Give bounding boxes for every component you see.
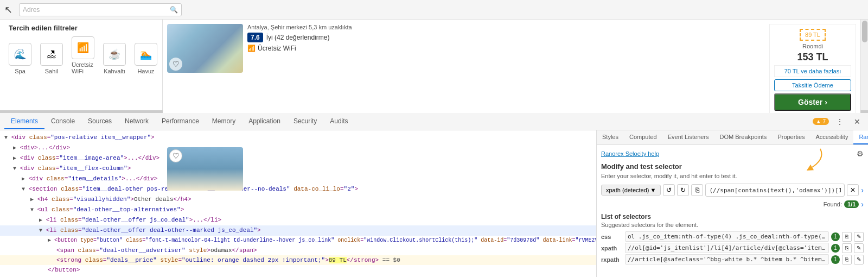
cursor-icon: ↖: [4, 4, 12, 16]
rxpath-type-label: rxpath: [601, 256, 623, 263]
css-edit-btn[interactable]: ✎: [854, 232, 864, 242]
tab-ranorex-selocity[interactable]: Ranorex Selocity: [853, 130, 868, 144]
pool-icon: 🏊: [135, 43, 157, 66]
taksitle-button[interactable]: Taksitle Ödeme: [774, 79, 851, 91]
page-scrollbar[interactable]: [860, 20, 868, 110]
dom-line-selected[interactable]: ▼ <li class="deal-other__offer deal-othe…: [0, 225, 596, 236]
dom-line[interactable]: ▶ <button type="button" class="font-t-ma…: [0, 236, 596, 245]
price-dashed: 89 TL: [800, 29, 826, 41]
dom-line[interactable]: <span class="deal-other__advertiser" sty…: [0, 245, 596, 255]
dom-line[interactable]: ▶ <li class="deal-other__offer js_co_dea…: [0, 215, 596, 225]
address-bar[interactable]: Adres 🔍: [19, 3, 182, 16]
xpath-type-label: xpath: [601, 245, 623, 251]
tab-memory[interactable]: Memory: [206, 114, 242, 129]
right-panel: Styles Computed Event Listeners DOM Brea…: [597, 130, 868, 277]
search-icon[interactable]: 🔍: [170, 6, 178, 14]
rxpath-selector-value: //article[@safeclass='^bbg-white b.* ^bi…: [625, 254, 829, 265]
selector-type-dropdown[interactable]: xpath (detected) ▼: [601, 185, 661, 196]
css-selector-value: ol .js_co_item:nth-of-type(4) .js_co_dea…: [625, 231, 829, 242]
dom-line[interactable]: ▼ <section class="item__deal-other pos-r…: [0, 184, 596, 194]
devtools-tabs-bar: Elements Console Sources Network Perform…: [0, 113, 868, 130]
wifi-filter-icon: 📶: [72, 36, 94, 59]
beach-icon: 🏖: [40, 43, 63, 66]
tab-security[interactable]: Security: [287, 114, 323, 129]
spa-label: Spa: [15, 68, 25, 74]
filter-spa[interactable]: 🌊 Spa: [9, 43, 31, 74]
copy-selector-btn[interactable]: ⎘: [691, 184, 703, 196]
selector-input-field[interactable]: [705, 184, 845, 197]
selector-type-label: xpath (detected): [606, 187, 649, 193]
tab-network[interactable]: Network: [118, 114, 155, 129]
devtools-close-btn[interactable]: ✕: [851, 115, 864, 128]
filter-beach[interactable]: 🏖 Sahil: [40, 43, 63, 74]
css-copy-btn[interactable]: ⎘: [842, 232, 852, 242]
tab-audits[interactable]: Audits: [323, 114, 354, 129]
filter-title: Tercih edilen filtreler: [9, 24, 154, 32]
found-badge-row: Found: 1/1 ›: [601, 200, 864, 209]
redo-btn[interactable]: ↻: [677, 184, 689, 196]
price-more[interactable]: 70 TL ve daha fazlası: [774, 65, 851, 77]
devtools-panel: Elements Console Sources Network Perform…: [0, 112, 868, 277]
rxpath-copy-btn[interactable]: ⎘: [842, 255, 852, 265]
dom-line[interactable]: ▼ <ul class="deal-other__top-alternative…: [0, 205, 596, 215]
found-label: Found:: [824, 201, 842, 207]
filter-panel: Tercih edilen filtreler 🌊 Spa 🏖 Sahil 📶 …: [0, 20, 163, 110]
dom-line[interactable]: ▶ <div>...</div>: [0, 143, 596, 153]
tab-properties[interactable]: Properties: [772, 130, 810, 144]
melas-heart-icon[interactable]: ♡: [169, 149, 182, 162]
breakfast-icon: ☕: [103, 43, 126, 66]
breakfast-label: Kahvaltı: [104, 68, 125, 74]
tab-sources[interactable]: Sources: [81, 114, 118, 129]
tab-elements[interactable]: Elements: [4, 114, 44, 129]
rxpath-edit-btn[interactable]: ✎: [854, 255, 864, 265]
address-text: Adres: [23, 6, 40, 14]
xpath-match-count: 1: [831, 244, 840, 253]
wifi-row: 📶 Ücretsiz WiFi: [247, 45, 765, 52]
found-arrow-btn[interactable]: ›: [861, 200, 864, 209]
undo-btn[interactable]: ↺: [663, 184, 675, 196]
goster-button[interactable]: Göster ›: [774, 93, 851, 111]
tab-accessibility[interactable]: Accessibility: [810, 130, 854, 144]
devtools-main: ▼ <div class="pos-relative item__wrapper…: [0, 130, 868, 277]
clear-selector-btn[interactable]: ✕: [847, 184, 859, 196]
hotel-location-first: Antalya, Şehir merkezi 5,3 km uzaklıkta: [247, 24, 765, 30]
dom-line[interactable]: ▼ <div class="pos-relative item__wrapper…: [0, 133, 596, 143]
pool-label: Havuz: [137, 68, 154, 74]
tab-application[interactable]: Application: [242, 114, 287, 129]
filter-pool[interactable]: 🏊 Havuz: [135, 43, 157, 74]
dom-line[interactable]: ▶ <div class="item__details">...</div>: [0, 174, 596, 184]
dom-line[interactable]: </button>: [0, 265, 596, 275]
ranorex-header: Ranorex Selocity help ⚙: [601, 149, 864, 158]
ranorex-section-title: Modify and test selector: [601, 162, 864, 171]
filter-breakfast[interactable]: ☕ Kahvaltı: [103, 43, 126, 74]
selector-row-rxpath: rxpath //article[@safeclass='^bbg-white …: [601, 254, 864, 265]
ranorex-gear-icon[interactable]: ⚙: [857, 149, 864, 158]
devtools-settings-btn[interactable]: ⋮: [833, 115, 846, 128]
tab-styles[interactable]: Styles: [597, 130, 624, 144]
scroll-thumb[interactable]: [862, 21, 867, 42]
filter-icons-list: 🌊 Spa 🏖 Sahil 📶 Ücretsiz WiFi ☕ Kahvaltı…: [9, 36, 154, 74]
filter-wifi[interactable]: 📶 Ücretsiz WiFi: [72, 36, 94, 74]
tab-performance[interactable]: Performance: [155, 114, 206, 129]
wifi-filter-label: Ücretsiz WiFi: [72, 61, 94, 74]
dom-line[interactable]: ▶ <div class="item__image-area">...</div…: [0, 153, 596, 163]
xpath-edit-btn[interactable]: ✎: [854, 243, 864, 253]
dom-line[interactable]: ▶ <h4 class="visuallyhidden">Other deals…: [0, 194, 596, 205]
next-match-btn[interactable]: ›: [861, 186, 864, 194]
found-count: 1/1: [844, 200, 859, 208]
tab-computed[interactable]: Computed: [624, 130, 662, 144]
dom-panel[interactable]: ▼ <div class="pos-relative item__wrapper…: [0, 130, 597, 277]
dom-line[interactable]: </li>: [0, 275, 596, 277]
hotel-img-heart[interactable]: ♡: [169, 58, 182, 71]
tab-console[interactable]: Console: [44, 114, 81, 129]
selector-input-row: xpath (detected) ▼ ↺ ↻ ⎘ ✕ ›: [601, 184, 864, 197]
xpath-copy-btn[interactable]: ⎘: [842, 243, 852, 253]
browser-toolbar: ↖ Adres 🔍: [0, 0, 868, 20]
dom-line-strong[interactable]: <strong class="deals__price" style="outl…: [0, 255, 596, 265]
tab-event-listeners[interactable]: Event Listeners: [662, 130, 714, 144]
ranorex-help-link[interactable]: Ranorex Selocity help: [601, 150, 659, 157]
tab-dom-breakpoints[interactable]: DOM Breakpoints: [714, 130, 773, 144]
dom-line[interactable]: ▼ <div class="item__flex-column">: [0, 163, 596, 174]
list-of-selectors-title: List of selectors: [601, 213, 864, 221]
selector-row-css: css ol .js_co_item:nth-of-type(4) .js_co…: [601, 231, 864, 242]
